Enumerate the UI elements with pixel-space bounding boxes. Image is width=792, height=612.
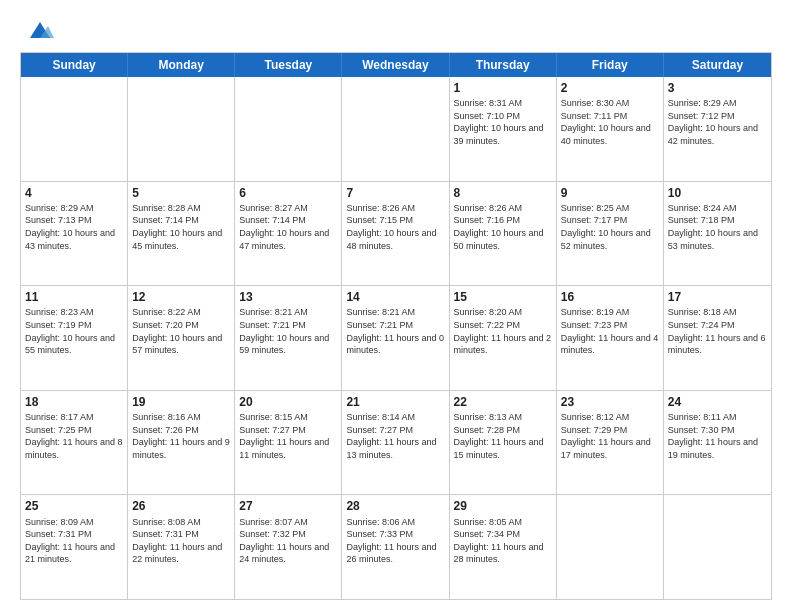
day-number: 20 [239,394,337,410]
cell-info: Sunrise: 8:30 AM Sunset: 7:11 PM Dayligh… [561,97,659,147]
calendar-day-header: Monday [128,53,235,77]
cell-info: Sunrise: 8:24 AM Sunset: 7:18 PM Dayligh… [668,202,767,252]
calendar-day-header: Saturday [664,53,771,77]
calendar-cell [557,495,664,599]
calendar-day-header: Friday [557,53,664,77]
day-number: 4 [25,185,123,201]
day-number: 5 [132,185,230,201]
calendar-cell: 8Sunrise: 8:26 AM Sunset: 7:16 PM Daylig… [450,182,557,286]
cell-info: Sunrise: 8:11 AM Sunset: 7:30 PM Dayligh… [668,411,767,461]
calendar-cell: 7Sunrise: 8:26 AM Sunset: 7:15 PM Daylig… [342,182,449,286]
day-number: 15 [454,289,552,305]
day-number: 11 [25,289,123,305]
day-number: 3 [668,80,767,96]
cell-info: Sunrise: 8:17 AM Sunset: 7:25 PM Dayligh… [25,411,123,461]
cell-info: Sunrise: 8:29 AM Sunset: 7:12 PM Dayligh… [668,97,767,147]
calendar-header: SundayMondayTuesdayWednesdayThursdayFrid… [21,53,771,77]
cell-info: Sunrise: 8:28 AM Sunset: 7:14 PM Dayligh… [132,202,230,252]
calendar-day-header: Wednesday [342,53,449,77]
cell-info: Sunrise: 8:18 AM Sunset: 7:24 PM Dayligh… [668,306,767,356]
cell-info: Sunrise: 8:06 AM Sunset: 7:33 PM Dayligh… [346,516,444,566]
day-number: 12 [132,289,230,305]
calendar-cell: 11Sunrise: 8:23 AM Sunset: 7:19 PM Dayli… [21,286,128,390]
calendar-cell: 19Sunrise: 8:16 AM Sunset: 7:26 PM Dayli… [128,391,235,495]
day-number: 23 [561,394,659,410]
day-number: 9 [561,185,659,201]
calendar-cell: 22Sunrise: 8:13 AM Sunset: 7:28 PM Dayli… [450,391,557,495]
calendar-cell: 4Sunrise: 8:29 AM Sunset: 7:13 PM Daylig… [21,182,128,286]
day-number: 21 [346,394,444,410]
calendar-cell [235,77,342,181]
calendar-cell: 26Sunrise: 8:08 AM Sunset: 7:31 PM Dayli… [128,495,235,599]
calendar-cell: 28Sunrise: 8:06 AM Sunset: 7:33 PM Dayli… [342,495,449,599]
calendar-cell: 18Sunrise: 8:17 AM Sunset: 7:25 PM Dayli… [21,391,128,495]
day-number: 25 [25,498,123,514]
calendar-cell: 6Sunrise: 8:27 AM Sunset: 7:14 PM Daylig… [235,182,342,286]
calendar-cell: 10Sunrise: 8:24 AM Sunset: 7:18 PM Dayli… [664,182,771,286]
cell-info: Sunrise: 8:08 AM Sunset: 7:31 PM Dayligh… [132,516,230,566]
day-number: 18 [25,394,123,410]
calendar-cell: 25Sunrise: 8:09 AM Sunset: 7:31 PM Dayli… [21,495,128,599]
cell-info: Sunrise: 8:12 AM Sunset: 7:29 PM Dayligh… [561,411,659,461]
cell-info: Sunrise: 8:27 AM Sunset: 7:14 PM Dayligh… [239,202,337,252]
calendar-cell: 20Sunrise: 8:15 AM Sunset: 7:27 PM Dayli… [235,391,342,495]
calendar-cell: 3Sunrise: 8:29 AM Sunset: 7:12 PM Daylig… [664,77,771,181]
logo-icon [26,16,54,44]
cell-info: Sunrise: 8:07 AM Sunset: 7:32 PM Dayligh… [239,516,337,566]
calendar-cell: 14Sunrise: 8:21 AM Sunset: 7:21 PM Dayli… [342,286,449,390]
day-number: 2 [561,80,659,96]
calendar-cell [21,77,128,181]
calendar-week: 1Sunrise: 8:31 AM Sunset: 7:10 PM Daylig… [21,77,771,182]
calendar-cell: 12Sunrise: 8:22 AM Sunset: 7:20 PM Dayli… [128,286,235,390]
day-number: 29 [454,498,552,514]
calendar-cell [128,77,235,181]
calendar-cell: 21Sunrise: 8:14 AM Sunset: 7:27 PM Dayli… [342,391,449,495]
cell-info: Sunrise: 8:23 AM Sunset: 7:19 PM Dayligh… [25,306,123,356]
day-number: 13 [239,289,337,305]
calendar-cell: 5Sunrise: 8:28 AM Sunset: 7:14 PM Daylig… [128,182,235,286]
calendar-cell: 9Sunrise: 8:25 AM Sunset: 7:17 PM Daylig… [557,182,664,286]
cell-info: Sunrise: 8:09 AM Sunset: 7:31 PM Dayligh… [25,516,123,566]
cell-info: Sunrise: 8:16 AM Sunset: 7:26 PM Dayligh… [132,411,230,461]
cell-info: Sunrise: 8:14 AM Sunset: 7:27 PM Dayligh… [346,411,444,461]
day-number: 26 [132,498,230,514]
day-number: 27 [239,498,337,514]
calendar-cell: 29Sunrise: 8:05 AM Sunset: 7:34 PM Dayli… [450,495,557,599]
calendar-week: 4Sunrise: 8:29 AM Sunset: 7:13 PM Daylig… [21,182,771,287]
calendar-day-header: Tuesday [235,53,342,77]
cell-info: Sunrise: 8:19 AM Sunset: 7:23 PM Dayligh… [561,306,659,356]
day-number: 10 [668,185,767,201]
calendar-cell: 27Sunrise: 8:07 AM Sunset: 7:32 PM Dayli… [235,495,342,599]
calendar-cell: 24Sunrise: 8:11 AM Sunset: 7:30 PM Dayli… [664,391,771,495]
cell-info: Sunrise: 8:05 AM Sunset: 7:34 PM Dayligh… [454,516,552,566]
day-number: 1 [454,80,552,96]
cell-info: Sunrise: 8:25 AM Sunset: 7:17 PM Dayligh… [561,202,659,252]
calendar-week: 18Sunrise: 8:17 AM Sunset: 7:25 PM Dayli… [21,391,771,496]
calendar-week: 25Sunrise: 8:09 AM Sunset: 7:31 PM Dayli… [21,495,771,599]
day-number: 19 [132,394,230,410]
cell-info: Sunrise: 8:31 AM Sunset: 7:10 PM Dayligh… [454,97,552,147]
calendar-cell: 13Sunrise: 8:21 AM Sunset: 7:21 PM Dayli… [235,286,342,390]
calendar-cell: 16Sunrise: 8:19 AM Sunset: 7:23 PM Dayli… [557,286,664,390]
day-number: 17 [668,289,767,305]
cell-info: Sunrise: 8:21 AM Sunset: 7:21 PM Dayligh… [239,306,337,356]
cell-info: Sunrise: 8:21 AM Sunset: 7:21 PM Dayligh… [346,306,444,356]
calendar-cell: 2Sunrise: 8:30 AM Sunset: 7:11 PM Daylig… [557,77,664,181]
calendar-cell: 15Sunrise: 8:20 AM Sunset: 7:22 PM Dayli… [450,286,557,390]
day-number: 28 [346,498,444,514]
day-number: 7 [346,185,444,201]
calendar-cell [342,77,449,181]
cell-info: Sunrise: 8:22 AM Sunset: 7:20 PM Dayligh… [132,306,230,356]
day-number: 16 [561,289,659,305]
cell-info: Sunrise: 8:29 AM Sunset: 7:13 PM Dayligh… [25,202,123,252]
day-number: 14 [346,289,444,305]
calendar-day-header: Sunday [21,53,128,77]
day-number: 24 [668,394,767,410]
calendar-cell: 1Sunrise: 8:31 AM Sunset: 7:10 PM Daylig… [450,77,557,181]
calendar: SundayMondayTuesdayWednesdayThursdayFrid… [20,52,772,600]
day-number: 8 [454,185,552,201]
logo [20,16,54,44]
cell-info: Sunrise: 8:15 AM Sunset: 7:27 PM Dayligh… [239,411,337,461]
calendar-cell [664,495,771,599]
cell-info: Sunrise: 8:20 AM Sunset: 7:22 PM Dayligh… [454,306,552,356]
